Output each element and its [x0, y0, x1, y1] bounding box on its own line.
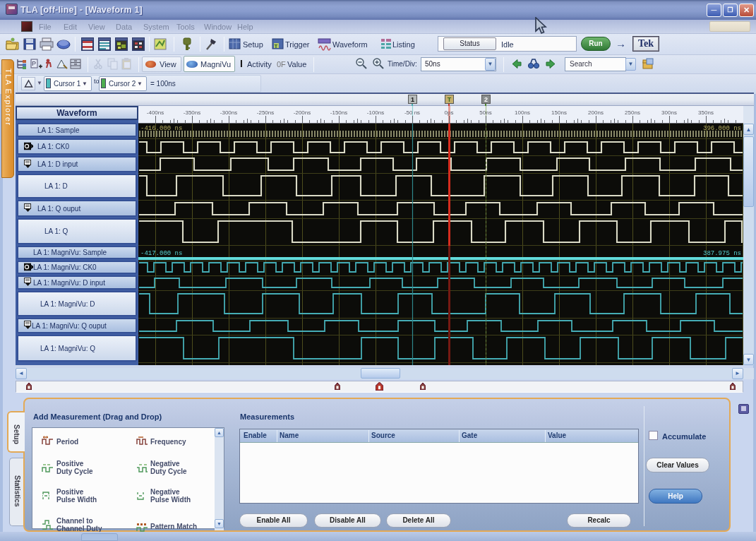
- svg-text:-100ns: -100ns: [367, 109, 384, 116]
- svg-text:-200ns: -200ns: [294, 109, 311, 116]
- svg-text:-250ns: -250ns: [257, 109, 274, 116]
- svg-text:-50 ns: -50 ns: [404, 109, 420, 116]
- svg-text:-300ns: -300ns: [220, 109, 237, 116]
- svg-text:200ns: 200ns: [588, 109, 604, 116]
- svg-text:100ns: 100ns: [515, 109, 530, 116]
- svg-text:T: T: [275, 43, 278, 49]
- svg-text:300ns: 300ns: [661, 109, 677, 116]
- svg-text:-150ns: -150ns: [330, 109, 347, 116]
- svg-text:0ps: 0ps: [445, 109, 454, 116]
- svg-text:387.975 ns: 387.975 ns: [703, 250, 741, 257]
- svg-text:50ns: 50ns: [479, 109, 491, 116]
- svg-text:396.000 ns: 396.000 ns: [703, 125, 741, 132]
- svg-text:-350ns: -350ns: [184, 109, 200, 116]
- svg-text:-417.000 ns: -417.000 ns: [140, 250, 182, 257]
- svg-text:150ns: 150ns: [551, 109, 567, 116]
- svg-text:P: P: [32, 60, 36, 67]
- svg-text:250ns: 250ns: [625, 109, 640, 116]
- svg-text:350ns: 350ns: [698, 109, 714, 116]
- svg-text:-416.000 ns: -416.000 ns: [140, 125, 182, 132]
- svg-text:-400ns: -400ns: [147, 109, 164, 116]
